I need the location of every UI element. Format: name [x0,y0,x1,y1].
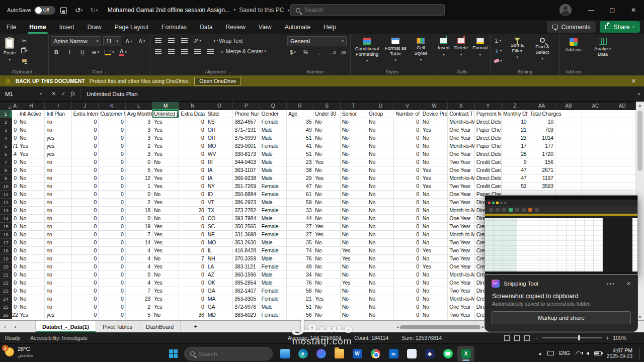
scroll-up-icon[interactable]: ▲ [638,102,642,109]
cell[interactable]: Male [260,126,287,134]
cell[interactable]: No [313,255,340,263]
tab-view[interactable]: View [252,20,278,34]
cell[interactable]: no [45,255,71,263]
cell[interactable]: 0 [126,271,152,279]
cell[interactable]: 4 [126,255,152,263]
cell[interactable]: One Year [448,150,474,158]
cell[interactable]: No [367,279,394,287]
cell[interactable]: No [421,150,448,158]
cell[interactable]: Two Year [448,255,474,263]
cell[interactable]: No [367,142,394,150]
formula-input[interactable]: Unlimited Data Plan [87,91,138,97]
cell[interactable]: No [341,215,367,223]
cell[interactable]: 71 [12,142,18,150]
cell[interactable]: 0 [179,279,206,287]
cell[interactable]: 0 [12,207,18,215]
fill-color-button[interactable]: ▾ [103,48,116,57]
cell[interactable]: Male [260,239,287,247]
cell[interactable]: No [421,191,448,199]
cell[interactable]: 0 [99,199,125,207]
cell[interactable]: 0 [394,150,421,158]
cell[interactable]: No [367,126,394,134]
cell[interactable]: no [45,126,71,134]
cell[interactable]: 44 [287,215,313,223]
cell[interactable]: 0 [99,247,125,255]
cell[interactable]: 0 [394,311,421,319]
cell[interactable]: Two Year [448,311,474,319]
cell[interactable]: 29 [287,174,313,183]
cell[interactable]: No [421,295,448,303]
cell[interactable]: No [18,183,45,191]
cell[interactable]: No [421,279,448,287]
cell[interactable]: 350-8884 [233,191,260,199]
cell[interactable]: 0 [72,142,99,150]
cell[interactable]: 0 [12,174,18,183]
row-header-13[interactable]: 13 [0,207,12,215]
wrap-text-button[interactable]: ↩ Wrap Text [212,36,244,45]
cell[interactable]: One Year [448,279,474,287]
cell[interactable]: Intl Plan [45,110,71,118]
cell[interactable]: 1 [126,183,152,191]
cell[interactable]: RI [206,158,233,166]
cell[interactable]: Male [260,279,287,287]
cell[interactable]: Two Year [448,287,474,295]
cell[interactable]: 0 [72,207,99,215]
cell[interactable]: Yes [313,158,340,166]
cell[interactable]: No [367,311,394,319]
cell[interactable]: no [45,183,71,191]
cell[interactable]: Two Year [448,239,474,247]
cell[interactable]: No [313,166,340,174]
cell[interactable]: No [18,223,45,231]
cell[interactable]: KS [206,118,233,126]
cell[interactable] [12,110,18,118]
cell[interactable]: Credit Card [475,158,502,166]
cell[interactable]: No [367,134,394,142]
cell[interactable]: Month-to-M [448,295,474,303]
cell[interactable]: Female [260,142,287,150]
cell[interactable]: Female [260,263,287,271]
cell[interactable]: ID [206,191,233,199]
cell[interactable]: Male [260,215,287,223]
cell[interactable]: Yes [152,150,179,158]
cell[interactable]: no [45,166,71,174]
cell[interactable]: 0 [394,239,421,247]
cell[interactable] [582,158,609,166]
cell[interactable]: 59 [287,199,313,207]
cell[interactable]: No [18,239,45,247]
taskbar-search-input[interactable] [199,351,259,357]
cell[interactable]: 0 [99,191,125,199]
cell[interactable]: no [45,207,71,215]
cell[interactable]: No [367,158,394,166]
cell[interactable]: No [152,158,179,166]
align-right-button[interactable] [179,47,190,56]
cell[interactable]: Yes [152,142,179,150]
cell[interactable]: OK [206,279,233,287]
column-header-AD[interactable]: AD [609,102,636,110]
cell[interactable]: 20 [179,207,206,215]
cell[interactable]: 28 [502,150,528,158]
row-header-18[interactable]: 18 [0,247,12,255]
cell[interactable]: 7 [126,231,152,239]
cell[interactable]: 177 [528,142,555,150]
cell[interactable]: 329-9001 [233,142,260,150]
cell[interactable]: No [313,183,340,191]
cell[interactable]: No [341,223,367,231]
cell[interactable]: Under 30 [313,110,340,118]
cell[interactable]: Month-to-M [448,231,474,239]
cell[interactable]: OH [206,126,233,134]
cell[interactable]: Male [260,174,287,183]
cell[interactable]: 0 [394,183,421,191]
tab-draw[interactable]: Draw [81,20,108,34]
cell[interactable]: Yes [152,287,179,295]
cell[interactable] [609,166,636,174]
cell[interactable]: 416-8428 [233,247,260,255]
cell[interactable]: 10 [528,118,555,126]
cell[interactable]: 1720 [528,150,555,158]
cell[interactable]: 3 [126,126,152,134]
cell[interactable]: 0 [394,215,421,223]
column-header-AC[interactable]: AC [582,102,609,110]
cell[interactable]: No [367,174,394,183]
cell[interactable]: Yes [152,231,179,239]
cell[interactable]: 22 [12,311,18,319]
cell[interactable]: 0 [99,183,125,191]
